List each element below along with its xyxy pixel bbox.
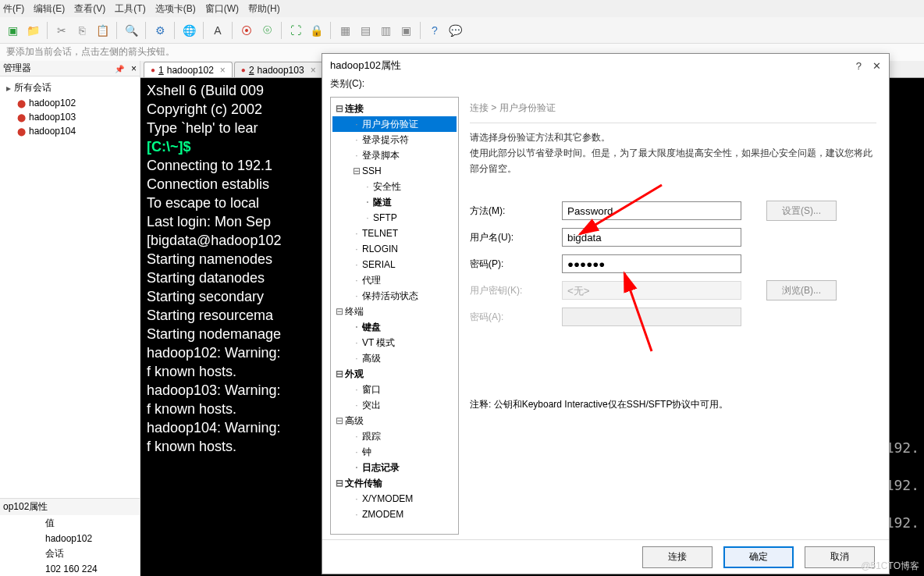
tree-node[interactable]: ⊟外观 — [332, 366, 457, 382]
bulb-icon: ⬤ — [17, 127, 26, 136]
tree-node[interactable]: ·键盘 — [332, 319, 457, 335]
tree-node[interactable]: ·窗口 — [332, 382, 457, 397]
grid1-icon[interactable]: ▦ — [337, 23, 353, 38]
tree-node[interactable]: ⊟连接 — [332, 101, 457, 116]
tree-node[interactable]: ·日志记录 — [332, 460, 457, 475]
note-text: 注释: 公钥和Keyboard Interactive仅在SSH/SFTP协议中… — [470, 398, 876, 411]
tree-node[interactable]: ·登录提示符 — [332, 132, 457, 148]
cut-icon[interactable]: ✂ — [54, 23, 69, 38]
session-item[interactable]: ⬤ hadoop102 — [3, 96, 137, 110]
sidebar-title: 管理器 — [3, 62, 31, 75]
tree-node[interactable]: ·突出 — [332, 397, 457, 413]
userkey-label: 用户密钥(K): — [470, 284, 556, 297]
toolbar: ▣ 📁 ✂ ⎘ 📋 🔍 ⚙ 🌐 A ⦿ ⦾ ⛶ 🔒 ▦ ▤ ▥ ▣ ? 💬 — [0, 17, 924, 44]
tree-node[interactable]: ⊟高级 — [332, 413, 457, 428]
tree-node[interactable]: ·安全性 — [332, 179, 457, 194]
properties-title: op102属性 — [0, 499, 140, 515]
session-item[interactable]: ⬤ hadoop103 — [3, 110, 137, 124]
session-item[interactable]: ⬤ hadoop104 — [3, 124, 137, 138]
settings-button: 设置(S)... — [766, 201, 837, 221]
fullscreen-icon[interactable]: ⛶ — [288, 23, 304, 38]
svg-line-0 — [580, 185, 662, 234]
annotation-arrow-icon — [514, 176, 670, 254]
bulb-icon: ⬤ — [17, 99, 26, 108]
tree-node[interactable]: ⊟文件传输 — [332, 475, 457, 491]
help-icon[interactable]: ? — [427, 23, 442, 38]
paste-icon[interactable]: 📋 — [94, 23, 110, 38]
tree-node[interactable]: ·RLOGIN — [332, 241, 457, 257]
search-icon[interactable]: 🔍 — [123, 23, 139, 38]
password-label: 密码(P): — [470, 258, 556, 271]
menu-file[interactable]: 件(F) — [3, 2, 24, 16]
menu-help[interactable]: 帮助(H) — [248, 2, 280, 16]
record-icon[interactable]: ⦿ — [239, 23, 254, 38]
category-label: 类别(C): — [322, 77, 889, 92]
browse-button: 浏览(B)... — [766, 280, 837, 300]
category-tree[interactable]: ⊟连接·用户身份验证·登录提示符·登录脚本⊟SSH·安全性·隧道·SFTP·TE… — [330, 97, 459, 535]
auth-desc1: 请选择身份验证方法和其它参数。 — [470, 130, 876, 145]
status-dot-icon: ● — [241, 66, 246, 74]
bulb-icon: ⬤ — [17, 113, 26, 122]
copy-icon[interactable]: ⎘ — [74, 23, 90, 38]
breadcrumb: 连接 > 用户身份验证 — [470, 100, 876, 123]
dialog-close-icon[interactable]: ✕ — [872, 60, 881, 72]
grid4-icon[interactable]: ▣ — [398, 23, 414, 38]
tree-node[interactable]: ·钟 — [332, 444, 457, 460]
properties-panel: op102属性 值 hadoop102 会话 102 160 224 — [0, 498, 140, 576]
session-sidebar: 管理器 📌 × ▸ 所有会话 ⬤ hadoop102 ⬤ hadoop103 ⬤… — [0, 61, 140, 576]
tree-node[interactable]: ·X/YMODEM — [332, 491, 457, 507]
new-icon[interactable]: ▣ — [5, 23, 20, 38]
tree-node[interactable]: ⊟终端 — [332, 304, 457, 319]
menu-tools[interactable]: 工具(T) — [115, 2, 145, 16]
tree-node[interactable]: ·SERIAL — [332, 257, 457, 272]
sidebar-close-icon[interactable]: × — [131, 63, 137, 74]
dialog-title: hadoop102属性 — [330, 59, 401, 73]
tree-node[interactable]: ·高级 — [332, 350, 457, 366]
menu-edit[interactable]: 编辑(E) — [34, 2, 65, 16]
menu-view[interactable]: 查看(V) — [74, 2, 105, 16]
globe-icon[interactable]: 🌐 — [181, 23, 197, 38]
tree-node[interactable]: ·跟踪 — [332, 428, 457, 444]
menu-bar[interactable]: 件(F) 编辑(E) 查看(V) 工具(T) 选项卡(B) 窗口(W) 帮助(H… — [0, 0, 924, 17]
font-icon[interactable]: A — [210, 23, 226, 38]
tree-node[interactable]: ·TELNET — [332, 226, 457, 241]
tree-node[interactable]: ·登录脚本 — [332, 148, 457, 163]
dialog-help-icon[interactable]: ? — [856, 60, 862, 72]
tab-hadoop103[interactable]: ● 2 hadoop103 × — [234, 62, 323, 77]
ok-button[interactable]: 确定 — [723, 546, 794, 568]
tab-hadoop102[interactable]: ● 1 hadoop102 × — [144, 62, 233, 77]
tree-node[interactable]: ·代理 — [332, 272, 457, 288]
watermark: @51CTO博客 — [861, 560, 919, 573]
passphrase-label: 密码(A): — [470, 311, 556, 324]
connect-button[interactable]: 连接 — [642, 546, 713, 568]
lock-icon[interactable]: 🔒 — [308, 23, 324, 38]
tree-node[interactable]: ⊟SSH — [332, 163, 457, 179]
grid3-icon[interactable]: ▥ — [378, 23, 393, 38]
grid2-icon[interactable]: ▤ — [357, 23, 373, 38]
open-icon[interactable]: 📁 — [25, 23, 41, 38]
tab-close-icon[interactable]: × — [311, 65, 316, 76]
tree-node[interactable]: ·ZMODEM — [332, 507, 457, 522]
chat-icon[interactable]: 💬 — [447, 23, 463, 38]
annotation-arrow-icon — [593, 265, 718, 359]
tab-close-icon[interactable]: × — [220, 65, 226, 76]
tree-all-sessions[interactable]: ▸ 所有会话 — [3, 80, 137, 96]
menu-tabs[interactable]: 选项卡(B) — [155, 2, 196, 16]
stop-icon[interactable]: ⦾ — [259, 23, 275, 38]
svg-line-1 — [624, 273, 652, 351]
menu-window[interactable]: 窗口(W) — [205, 2, 239, 16]
tree-node[interactable]: ·隧道 — [332, 194, 457, 210]
pin-icon[interactable]: 📌 — [115, 65, 124, 73]
tree-node[interactable]: ·VT 模式 — [332, 335, 457, 350]
tree-node[interactable]: ·保持活动状态 — [332, 288, 457, 304]
tree-node[interactable]: ·用户身份验证 — [332, 116, 457, 132]
status-dot-icon: ● — [151, 66, 155, 74]
props-icon[interactable]: ⚙ — [152, 23, 168, 38]
tree-node[interactable]: ·SFTP — [332, 210, 457, 226]
auth-desc2: 使用此部分以节省登录时间。但是，为了最大限度地提高安全性，如果担心安全问题，建议… — [470, 145, 876, 176]
